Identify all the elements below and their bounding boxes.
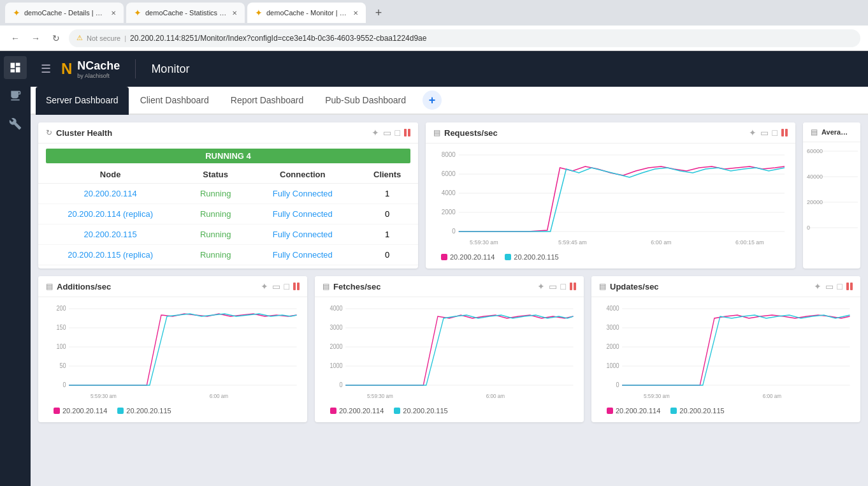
fetches-expand-icon[interactable]: ▭ <box>549 281 557 291</box>
fetches-legend-dot-2 <box>394 408 400 414</box>
additions-controls: ✦ ▭ □ <box>261 281 289 291</box>
tab-server-dashboard[interactable]: Server Dashboard <box>36 87 129 115</box>
updates-expand-icon[interactable]: ▭ <box>825 281 834 291</box>
tab-close-3[interactable]: ✕ <box>353 10 358 17</box>
cluster-health-controls: ✦ ▭ □ <box>372 128 400 138</box>
fetches-fullscreen-icon[interactable]: □ <box>561 281 566 291</box>
average-chart-svg: 60000 40000 20000 0 <box>807 145 858 247</box>
tabs-nav: Server Dashboard Client Dashboard Report… <box>31 87 868 115</box>
cluster-pause-button[interactable] <box>404 129 410 136</box>
address-bar: ← → ↻ ⚠ Not secure | 20.200.20.114:8251/… <box>0 26 868 51</box>
svg-text:20000: 20000 <box>807 199 823 205</box>
fetches-pause-button[interactable] <box>570 283 576 290</box>
dashboard-icon <box>9 61 22 74</box>
menu-button[interactable]: ☰ <box>41 62 51 76</box>
browser-tab-2[interactable]: ✦ demoCache - Statistics | NCache ✕ <box>126 3 245 23</box>
tab-pubsub-dashboard[interactable]: Pub-Sub Dashboard <box>315 87 416 115</box>
svg-text:6:00 am: 6:00 am <box>651 239 671 246</box>
svg-text:50: 50 <box>60 362 66 370</box>
svg-text:5:59:30 am: 5:59:30 am <box>367 393 393 399</box>
cluster-status: Running <box>182 184 249 204</box>
svg-text:100: 100 <box>57 343 66 351</box>
pause-bar-2 <box>408 129 410 136</box>
pause-bar-1 <box>404 129 407 136</box>
sidebar-item-servers[interactable] <box>4 84 27 107</box>
forward-button[interactable]: → <box>28 31 43 46</box>
url-text: 20.200.20.114:8251/Monitor/Index?configI… <box>130 34 426 43</box>
url-bar[interactable]: ⚠ Not secure | 20.200.20.114:8251/Monito… <box>69 29 860 47</box>
cluster-expand-icon[interactable]: ▭ <box>383 128 391 138</box>
svg-text:5:59:30 am: 5:59:30 am <box>470 239 498 246</box>
updates-legend-item-1: 20.200.20.114 <box>607 407 660 415</box>
tab-close-1[interactable]: ✕ <box>111 10 116 17</box>
cluster-health-header: ↻ Cluster Health ✦ ▭ □ <box>38 122 418 144</box>
svg-text:1000: 1000 <box>607 362 619 370</box>
fetches-pin-icon[interactable]: ✦ <box>537 281 545 291</box>
top-panels-row: ↻ Cluster Health ✦ ▭ □ RUNNING 4 <box>38 122 860 269</box>
cluster-pin-icon[interactable]: ✦ <box>372 128 379 138</box>
cluster-table-row: 20.200.20.115 (replica) Running Fully Co… <box>38 245 418 265</box>
additions-pause-button[interactable] <box>293 283 300 290</box>
browser-chrome: ✦ demoCache - Details | NCache ✕ ✦ demoC… <box>0 0 868 26</box>
svg-text:2000: 2000 <box>607 343 619 351</box>
cluster-refresh-icon[interactable]: ↻ <box>46 128 52 137</box>
sidebar-item-tools[interactable] <box>4 112 27 135</box>
requests-fullscreen-icon[interactable]: □ <box>772 128 778 138</box>
additions-chart-container: 200 150 100 50 0 5:59:30 am 6:00 am <box>46 302 300 404</box>
additions-pin-icon[interactable]: ✦ <box>261 281 268 291</box>
requests-chart-svg: 8000 6000 4000 2000 0 5:59:30 am 5:59:45… <box>433 149 788 251</box>
additions-fullscreen-icon[interactable]: □ <box>284 281 289 291</box>
browser-tab-1[interactable]: ✦ demoCache - Details | NCache ✕ <box>5 3 124 23</box>
browser-tab-3[interactable]: ✦ demoCache - Monitor | NCache ✕ <box>247 3 366 23</box>
requests-chart-area: 8000 6000 4000 2000 0 5:59:30 am 5:59:45… <box>426 144 795 269</box>
svg-text:6:00 am: 6:00 am <box>763 393 781 399</box>
cluster-fullscreen-icon[interactable]: □ <box>395 128 400 138</box>
tab-close-2[interactable]: ✕ <box>232 10 237 17</box>
updates-fullscreen-icon[interactable]: □ <box>837 281 843 291</box>
svg-text:60000: 60000 <box>807 148 823 154</box>
additions-title: Additions/sec <box>57 282 257 291</box>
cluster-node: 20.200.20.114 (replica) <box>38 204 182 225</box>
updates-title: Updates/sec <box>610 282 810 291</box>
col-clients: Clients <box>356 166 418 184</box>
reload-button[interactable]: ↻ <box>48 31 64 46</box>
svg-text:3000: 3000 <box>330 324 343 332</box>
svg-text:2000: 2000 <box>442 209 456 216</box>
updates-pin-icon[interactable]: ✦ <box>814 281 821 291</box>
sidebar <box>0 51 31 486</box>
requests-pin-icon[interactable]: ✦ <box>749 128 756 138</box>
requests-legend-item-2: 20.200.20.115 <box>505 253 558 261</box>
cluster-node: 20.200.20.115 <box>38 225 182 245</box>
svg-text:6:00:15 am: 6:00:15 am <box>735 239 764 246</box>
svg-text:40000: 40000 <box>807 173 823 180</box>
server-icon <box>9 89 22 102</box>
sidebar-item-dashboard[interactable] <box>4 56 27 79</box>
svg-text:6:00 am: 6:00 am <box>486 393 505 399</box>
cluster-status: Running <box>182 245 249 265</box>
updates-pause-button[interactable] <box>846 283 853 290</box>
svg-text:3000: 3000 <box>607 324 619 332</box>
additions-expand-icon[interactable]: ▭ <box>272 281 280 291</box>
additions-chart-svg: 200 150 100 50 0 5:59:30 am 6:00 am <box>46 302 300 404</box>
add-tab-button[interactable]: + <box>423 91 442 110</box>
requests-expand-icon[interactable]: ▭ <box>760 128 769 138</box>
requests-pause-bar-1 <box>781 129 784 136</box>
tab-report-dashboard[interactable]: Report Dashboard <box>221 87 314 115</box>
fetches-header: ▤ Fetches/sec ✦ ▭ □ <box>315 276 584 297</box>
tab-label-2: demoCache - Statistics | NCache <box>145 9 228 17</box>
tab-client-dashboard[interactable]: Client Dashboard <box>130 87 219 115</box>
app-shell: ☰ N NCache by Alachisoft Monitor Server … <box>0 51 868 486</box>
tab-icon-1: ✦ <box>13 8 20 18</box>
bottom-panels-row: ▤ Additions/sec ✦ ▭ □ <box>38 276 860 422</box>
svg-text:2000: 2000 <box>330 343 343 351</box>
new-tab-button[interactable]: + <box>368 3 389 23</box>
cluster-clients: 0 <box>356 204 418 225</box>
fetches-chart-svg: 4000 3000 2000 1000 0 5:59:30 am 6:00 am <box>322 302 576 404</box>
cluster-connection: Fully Connected <box>249 204 356 225</box>
svg-text:0: 0 <box>807 225 810 231</box>
requests-pause-button[interactable] <box>781 129 788 136</box>
average-header: ▤ Avera… <box>803 122 860 142</box>
lock-icon: ⚠ <box>76 34 83 42</box>
back-button[interactable]: ← <box>8 31 23 46</box>
svg-text:8000: 8000 <box>442 151 456 158</box>
